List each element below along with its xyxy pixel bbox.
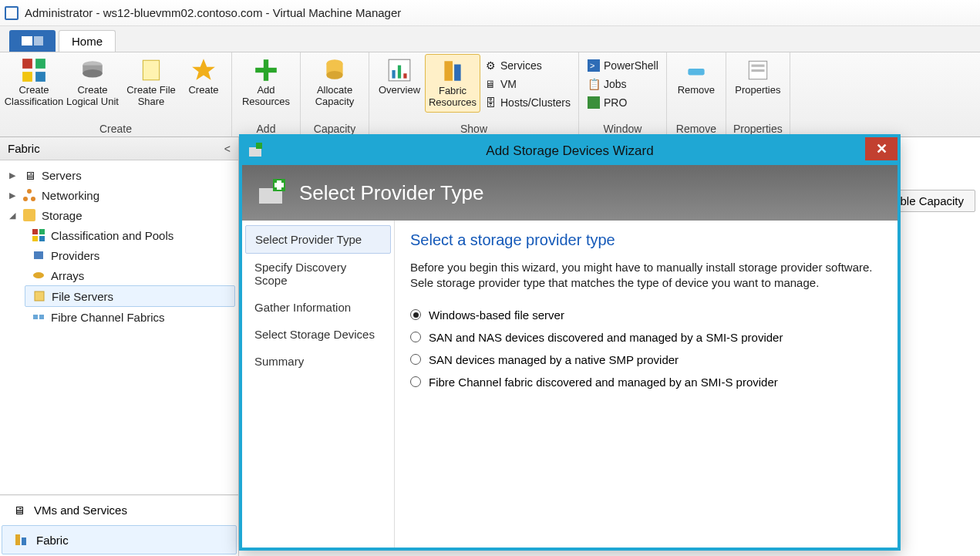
main-area: Fabric < ▶ 🖥 Servers ▶ Networking ◢ Stor… xyxy=(0,137,980,556)
vms-icon: 🖥 xyxy=(11,502,26,517)
fabric-icon xyxy=(13,532,29,548)
item-label: PowerShell xyxy=(604,59,658,72)
tree-storage[interactable]: ◢ Storage xyxy=(3,205,235,225)
window-title: Administrator - ws12-bluevmm02.contoso.c… xyxy=(25,6,401,19)
tree-arrays[interactable]: Arrays xyxy=(25,265,235,285)
svg-rect-9 xyxy=(143,60,159,80)
vm-item[interactable]: 🖥 VM xyxy=(480,76,574,93)
radio-icon xyxy=(410,354,421,365)
workspace-fabric[interactable]: Fabric xyxy=(2,525,237,554)
svg-rect-12 xyxy=(255,68,277,72)
ribbon-group-properties: Properties Properties xyxy=(726,52,790,136)
wizard-close-button[interactable]: ✕ xyxy=(865,137,897,160)
wizard-banner-icon xyxy=(256,177,287,208)
svg-rect-39 xyxy=(35,291,44,301)
create-classification-button[interactable]: Create Classification xyxy=(5,54,63,111)
button-label: Allocate Capacity xyxy=(307,85,362,108)
allocate-capacity-button[interactable]: Allocate Capacity xyxy=(305,54,364,111)
workspace-label: VMs and Services xyxy=(34,504,127,517)
wizard-icon xyxy=(247,143,264,160)
expander-icon[interactable]: ▶ xyxy=(9,170,17,180)
svg-rect-3 xyxy=(35,59,45,69)
radio-icon xyxy=(410,376,421,387)
svg-point-30 xyxy=(31,197,35,201)
radio-option-fibre-channel-smis[interactable]: Fibre Channel fabric discovered and mana… xyxy=(410,371,882,393)
collapse-sidebar-button[interactable]: < xyxy=(224,143,231,155)
svg-rect-49 xyxy=(274,183,284,187)
tree-file-servers[interactable]: File Servers xyxy=(25,285,235,307)
file-share-icon xyxy=(138,57,164,83)
item-label: Jobs xyxy=(604,78,627,90)
sidebar-header: Fabric < xyxy=(0,137,238,160)
radio-option-smis-san-nas[interactable]: SAN and NAS devices discovered and manag… xyxy=(410,326,882,349)
workspace-switcher: 🖥 VMs and Services Fabric xyxy=(0,494,238,556)
tree-label: Classification and Pools xyxy=(51,229,173,242)
radio-option-smp-san[interactable]: SAN devices managed by a native SMP prov… xyxy=(410,349,882,371)
create-dropdown-button[interactable]: Create xyxy=(180,54,227,99)
create-logical-unit-button[interactable]: Create Logical Unit xyxy=(63,54,122,111)
button-label: Fabric Resources xyxy=(427,86,478,109)
expander-icon[interactable]: ◢ xyxy=(9,211,17,221)
svg-rect-33 xyxy=(32,229,38,234)
tree-servers[interactable]: ▶ 🖥 Servers xyxy=(3,165,235,185)
fabric-resources-button[interactable]: Fabric Resources xyxy=(425,54,480,113)
jobs-item[interactable]: 📋 Jobs xyxy=(584,76,662,93)
ribbon-menu-button[interactable] xyxy=(9,30,56,52)
tree-networking[interactable]: ▶ Networking xyxy=(3,185,235,205)
wizard-step-gather-info[interactable]: Gather Information xyxy=(245,294,391,321)
array-icon xyxy=(31,268,46,283)
wizard-banner: Select Provider Type xyxy=(242,165,897,221)
titlebar: Administrator - ws12-bluevmm02.contoso.c… xyxy=(0,0,980,26)
wizard-titlebar[interactable]: Add Storage Devices Wizard ✕ xyxy=(242,137,897,165)
plus-icon xyxy=(253,57,279,83)
wizard-step-select-devices[interactable]: Select Storage Devices xyxy=(245,321,391,348)
services-item[interactable]: ⚙ Services xyxy=(480,57,574,74)
svg-rect-28 xyxy=(751,69,764,72)
workspace-vms[interactable]: 🖥 VMs and Services xyxy=(0,495,238,524)
server-tower-icon xyxy=(439,58,466,84)
svg-rect-41 xyxy=(39,315,44,319)
tree-label: File Servers xyxy=(52,290,113,303)
hosts-item[interactable]: 🗄 Hosts/Clusters xyxy=(480,94,574,111)
server-icon: 🗄 xyxy=(483,96,497,110)
gear-icon: ⚙ xyxy=(483,59,497,72)
svg-rect-27 xyxy=(751,65,764,67)
ribbon-group-add: Add Resources Add xyxy=(232,52,301,136)
list-icon: 📋 xyxy=(587,77,601,91)
tree-classification-pools[interactable]: Classification and Pools xyxy=(25,225,235,245)
powershell-item[interactable]: > PowerShell xyxy=(584,57,662,74)
window-list: > PowerShell 📋 Jobs PRO xyxy=(584,54,662,111)
wizard-step-provider-type[interactable]: Select Provider Type xyxy=(245,225,391,254)
tab-home[interactable]: Home xyxy=(59,30,116,52)
radio-label: Windows-based file server xyxy=(429,308,564,322)
button-label: Add Resources xyxy=(238,85,294,108)
close-icon: ✕ xyxy=(876,140,887,157)
tree-label: Storage xyxy=(42,209,83,222)
button-label: Properties xyxy=(735,85,780,96)
expander-icon[interactable]: ▶ xyxy=(9,190,17,200)
wizard-step-discovery-scope[interactable]: Specify Discovery Scope xyxy=(245,254,391,294)
tree-providers[interactable]: Providers xyxy=(25,245,235,265)
overview-button[interactable]: Overview xyxy=(374,54,425,99)
item-label: Hosts/Clusters xyxy=(500,96,571,109)
eraser-icon xyxy=(683,57,709,83)
wizard-title: Add Storage Devices Wizard xyxy=(486,143,653,159)
svg-rect-34 xyxy=(39,229,45,234)
radio-option-windows-file-server[interactable]: Windows-based file server xyxy=(410,304,882,326)
tree-label: Servers xyxy=(42,169,82,182)
wizard-step-summary[interactable]: Summary xyxy=(245,348,391,375)
tree-fibre-fabrics[interactable]: Fibre Channel Fabrics xyxy=(25,307,235,327)
pro-item[interactable]: PRO xyxy=(584,94,662,111)
ribbon-group-show: Overview Fabric Resources ⚙ Services 🖥 V… xyxy=(369,52,579,136)
svg-rect-19 xyxy=(403,73,406,78)
create-file-share-button[interactable]: Create File Share xyxy=(122,54,180,111)
disk-icon xyxy=(79,57,106,83)
svg-rect-0 xyxy=(22,36,32,45)
svg-point-31 xyxy=(27,189,32,194)
add-resources-button[interactable]: Add Resources xyxy=(237,54,295,111)
remove-button[interactable]: Remove xyxy=(672,54,721,99)
button-label: Remove xyxy=(678,85,715,96)
properties-button[interactable]: Properties xyxy=(731,54,785,99)
tree-label: Providers xyxy=(51,249,99,262)
powershell-icon: > xyxy=(587,59,601,72)
